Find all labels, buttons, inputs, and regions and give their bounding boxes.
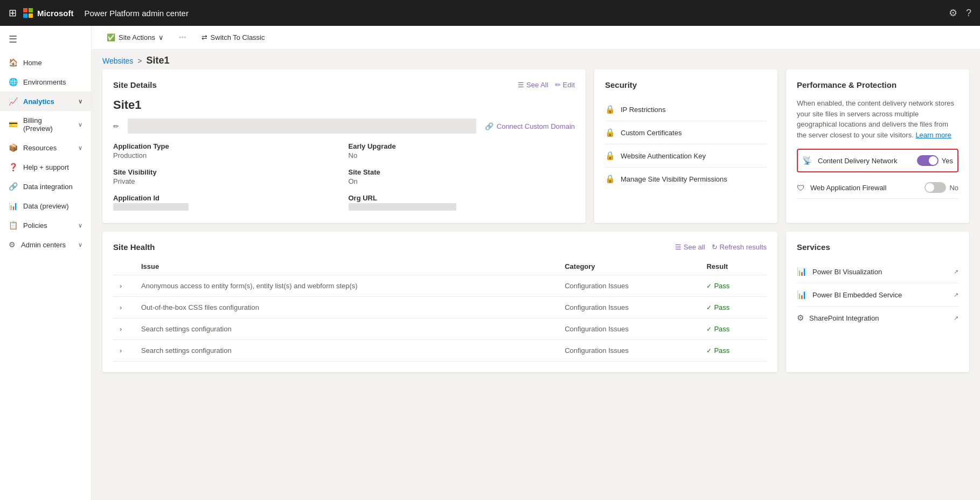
see-all-button[interactable]: ☰ See All bbox=[518, 81, 548, 89]
sidebar-item-admin-centers[interactable]: ⚙ Admin centers ∨ bbox=[0, 235, 91, 254]
site-actions-chevron: ∨ bbox=[158, 33, 164, 41]
page-content: Site Details ☰ See All ✏ Edit Site1 bbox=[92, 70, 980, 500]
policies-chevron: ∨ bbox=[78, 222, 82, 229]
sidebar-item-data-integration[interactable]: 🔗 Data integration bbox=[0, 177, 91, 196]
result-cell: ✓ Pass bbox=[700, 318, 767, 340]
application-id-item: Application Id bbox=[113, 194, 340, 212]
table-row[interactable]: › Search settings configuration Configur… bbox=[113, 318, 767, 340]
ip-restrictions-item[interactable]: 🔒 IP Restrictions bbox=[605, 98, 767, 121]
action-divider: ••• bbox=[179, 33, 186, 41]
power-bi-viz-item[interactable]: 📊 Power BI Visualization ↗ bbox=[797, 260, 958, 283]
sidebar-item-analytics[interactable]: 📈 Analytics ∨ bbox=[0, 92, 91, 111]
site-url-input[interactable] bbox=[128, 119, 476, 134]
sidebar-item-help[interactable]: ❓ Help + support bbox=[0, 157, 91, 177]
sidebar-item-resources[interactable]: 📦 Resources ∨ bbox=[0, 138, 91, 157]
cdn-icon: 📡 bbox=[802, 156, 812, 165]
waf-toggle-off[interactable] bbox=[925, 182, 946, 193]
sharepoint-item[interactable]: ⚙ SharePoint Integration ↗ bbox=[797, 307, 958, 329]
early-upgrade-label: Early Upgrade bbox=[349, 142, 575, 150]
performance-title: Performance & Protection bbox=[797, 80, 896, 89]
cdn-toggle-on[interactable] bbox=[917, 155, 939, 166]
sidebar-item-policies[interactable]: 📋 Policies ∨ bbox=[0, 216, 91, 235]
sidebar-item-home[interactable]: 🏠 Home bbox=[0, 53, 91, 72]
application-type-value: Production bbox=[113, 151, 340, 159]
action-bar: ✅ Site Actions ∨ ••• ⇄ Switch To Classic bbox=[92, 26, 980, 50]
waf-toggle-switch[interactable]: No bbox=[925, 182, 958, 193]
category-cell: Configuration Issues bbox=[558, 340, 700, 362]
policies-icon: 📋 bbox=[9, 221, 18, 230]
switch-classic-button[interactable]: ⇄ Switch To Classic bbox=[197, 31, 269, 44]
issue-cell: Out-of-the-box CSS files configuration bbox=[135, 297, 558, 318]
table-row[interactable]: › Out-of-the-box CSS files configuration… bbox=[113, 297, 767, 318]
security-items: 🔒 IP Restrictions 🔒 Custom Certificates … bbox=[605, 98, 767, 190]
power-bi-viz-label: Power BI Visualization bbox=[812, 268, 948, 276]
health-table-container[interactable]: Issue Category Result › Anonymous access… bbox=[113, 258, 767, 362]
sidebar-item-environments[interactable]: 🌐 Environments bbox=[0, 72, 91, 92]
connect-domain-button[interactable]: 🔗 Connect Custom Domain bbox=[485, 122, 575, 130]
table-row[interactable]: › Search settings configuration Configur… bbox=[113, 340, 767, 362]
brand-name: Microsoft bbox=[37, 9, 74, 18]
sidebar-item-data-preview[interactable]: 📊 Data (preview) bbox=[0, 196, 91, 216]
refresh-results-button[interactable]: ↻ Refresh results bbox=[712, 243, 767, 251]
help-icon[interactable]: ? bbox=[966, 8, 971, 19]
sidebar-label-data-preview: Data (preview) bbox=[23, 202, 69, 210]
sharepoint-external-icon: ↗ bbox=[954, 315, 958, 322]
billing-chevron: ∨ bbox=[78, 121, 82, 128]
row-expand-chevron[interactable]: › bbox=[120, 282, 122, 290]
category-col-header: Category bbox=[558, 258, 700, 275]
early-upgrade-value: No bbox=[349, 151, 575, 159]
services-card: Services 📊 Power BI Visualization ↗ 📊 Po… bbox=[786, 232, 969, 372]
pass-badge: ✓ Pass bbox=[706, 325, 760, 333]
result-col-header: Result bbox=[700, 258, 767, 275]
waf-icon: 🛡 bbox=[797, 183, 805, 192]
org-url-label: Org URL bbox=[349, 194, 575, 202]
performance-card: Performance & Protection When enabled, t… bbox=[786, 70, 969, 223]
performance-description: When enabled, the content delivery netwo… bbox=[797, 98, 958, 140]
hamburger-button[interactable]: ☰ bbox=[0, 26, 91, 53]
data-integration-icon: 🔗 bbox=[9, 182, 18, 191]
site-details-actions: ☰ See All ✏ Edit bbox=[518, 81, 575, 89]
site-actions-button[interactable]: ✅ Site Actions ∨ bbox=[102, 31, 168, 44]
site-actions-check-icon: ✅ bbox=[107, 33, 115, 41]
website-auth-key-label: Website Authentication Key bbox=[621, 152, 706, 160]
edit-button[interactable]: ✏ Edit bbox=[555, 81, 575, 89]
application-type-label: Application Type bbox=[113, 142, 340, 150]
settings-icon[interactable]: ⚙ bbox=[949, 7, 957, 19]
manage-visibility-label: Manage Site Visibility Permissions bbox=[621, 175, 727, 183]
row-expand-chevron[interactable]: › bbox=[120, 303, 122, 311]
row-expand-chevron[interactable]: › bbox=[120, 325, 122, 333]
breadcrumb-parent[interactable]: Websites bbox=[102, 57, 133, 65]
site-health-card: Site Health ☰ See all ↻ Refresh results bbox=[102, 232, 777, 372]
ip-restrictions-icon: 🔒 bbox=[605, 105, 615, 114]
security-card: Security 🔒 IP Restrictions 🔒 Custom Cert… bbox=[594, 70, 777, 223]
custom-certificates-item[interactable]: 🔒 Custom Certificates bbox=[605, 121, 767, 144]
learn-more-link[interactable]: Learn more bbox=[915, 131, 951, 139]
issue-cell: Search settings configuration bbox=[135, 318, 558, 340]
sidebar-label-data-integration: Data integration bbox=[23, 183, 73, 191]
website-auth-key-item[interactable]: 🔒 Website Authentication Key bbox=[605, 144, 767, 168]
site-visibility-item: Site Visibility Private bbox=[113, 168, 340, 185]
table-row[interactable]: › Anonymous access to entity form(s), en… bbox=[113, 275, 767, 297]
site-visibility-label: Site Visibility bbox=[113, 168, 340, 176]
site-health-actions: ☰ See all ↻ Refresh results bbox=[675, 243, 767, 251]
application-type-item: Application Type Production bbox=[113, 142, 340, 159]
power-bi-viz-external-icon: ↗ bbox=[954, 268, 958, 275]
details-grid: Application Type Production Early Upgrad… bbox=[113, 142, 575, 212]
manage-site-visibility-item[interactable]: 🔒 Manage Site Visibility Permissions bbox=[605, 168, 767, 190]
pass-badge: ✓ Pass bbox=[706, 346, 760, 355]
checkmark-icon: ✓ bbox=[706, 347, 712, 355]
services-items: 📊 Power BI Visualization ↗ 📊 Power BI Em… bbox=[797, 260, 958, 329]
cdn-toggle-switch[interactable]: Yes bbox=[917, 155, 953, 166]
sharepoint-icon: ⚙ bbox=[797, 313, 804, 323]
link-icon: 🔗 bbox=[485, 122, 494, 130]
manage-visibility-icon: 🔒 bbox=[605, 174, 615, 184]
app-title: Power Platform admin center bbox=[85, 9, 189, 18]
health-see-all-button[interactable]: ☰ See all bbox=[675, 243, 705, 251]
issue-cell: Search settings configuration bbox=[135, 340, 558, 362]
home-icon: 🏠 bbox=[9, 58, 18, 67]
power-bi-embedded-item[interactable]: 📊 Power BI Embedded Service ↗ bbox=[797, 283, 958, 307]
result-cell: ✓ Pass bbox=[700, 297, 767, 318]
sidebar-item-billing[interactable]: 💳 Billing (Preview) ∨ bbox=[0, 111, 91, 138]
row-expand-chevron[interactable]: › bbox=[120, 346, 122, 355]
waffle-icon[interactable]: ⊞ bbox=[9, 7, 17, 19]
